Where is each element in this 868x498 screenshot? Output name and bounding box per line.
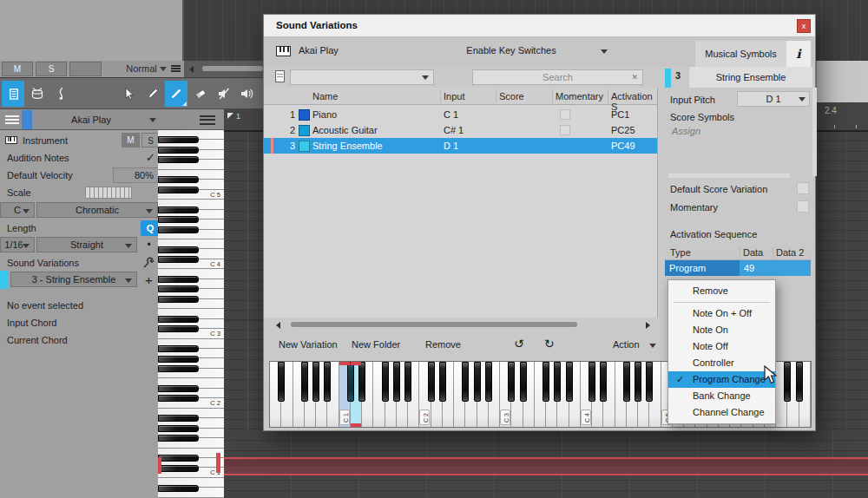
roll-key-black[interactable]: [158, 435, 199, 442]
pencil-tool-button[interactable]: [141, 81, 164, 107]
sequence-data-cell[interactable]: 49: [740, 260, 811, 276]
roll-key-black[interactable]: [158, 485, 199, 492]
roll-key-black[interactable]: [158, 365, 199, 372]
piano-key-black[interactable]: [301, 362, 308, 402]
piano-key-black[interactable]: [312, 362, 319, 402]
document-icon[interactable]: [275, 70, 285, 82]
filter-dropdown[interactable]: [290, 69, 434, 85]
roll-key-black[interactable]: [158, 176, 199, 183]
dialog-title-bar[interactable]: Sound Variations x: [264, 15, 815, 37]
variation-color-swatch[interactable]: [299, 109, 310, 121]
timeline-ruler-left[interactable]: 1: [224, 109, 263, 132]
enable-key-switches-dropdown[interactable]: Enable Key Switches: [420, 45, 602, 56]
menu-item-channel-change[interactable]: Channel Change: [668, 404, 775, 421]
scrollbar-thumb[interactable]: [202, 66, 263, 71]
drum-editor-button[interactable]: [26, 81, 49, 107]
roll-key-black[interactable]: [158, 296, 199, 303]
editor-menu-icon[interactable]: [200, 115, 215, 125]
momentary-checkbox[interactable]: [797, 200, 809, 213]
hamburger-menu-icon[interactable]: [171, 65, 181, 72]
search-clear-icon[interactable]: ✕: [631, 70, 638, 84]
piano-key-black[interactable]: [347, 362, 354, 402]
velocity-value[interactable]: 80%: [113, 167, 160, 183]
roll-key-black[interactable]: [158, 226, 199, 233]
paint-tool-button[interactable]: [165, 81, 187, 107]
col-input[interactable]: Input: [444, 91, 464, 102]
roll-key-black[interactable]: [158, 246, 199, 253]
piano-key-black[interactable]: [554, 362, 561, 402]
col-name[interactable]: Name: [312, 91, 338, 102]
key-dropdown[interactable]: C: [0, 202, 35, 218]
piano-key-black[interactable]: [635, 362, 641, 402]
instrument-mute-button[interactable]: M: [122, 133, 140, 147]
piano-key-black[interactable]: [542, 362, 549, 402]
audition-check-icon[interactable]: ✓: [146, 151, 155, 164]
piano-roll-keyboard[interactable]: C 5C 4C 3C 2C 1: [158, 130, 224, 498]
new-folder-button[interactable]: New Folder: [352, 339, 400, 350]
roll-key-black[interactable]: [158, 455, 199, 462]
col-momentary[interactable]: Momentary: [556, 91, 603, 102]
input-pitch-dropdown[interactable]: D 1: [737, 91, 810, 107]
menu-item-note-on[interactable]: Note On: [668, 322, 775, 338]
table-row-selected[interactable]: 3 String Ensemble D 1 PC49: [264, 138, 657, 154]
redo-icon[interactable]: ↻: [544, 337, 555, 351]
piano-key-black[interactable]: [404, 362, 411, 402]
variation-color-swatch[interactable]: [299, 141, 310, 152]
piano-key-black[interactable]: [520, 362, 527, 402]
info-button[interactable]: i: [786, 41, 811, 67]
wrench-icon[interactable]: [142, 257, 155, 269]
menu-item-program-change[interactable]: ✓ Program Change: [668, 371, 775, 388]
musical-symbols-tab[interactable]: Musical Symbols: [695, 41, 786, 67]
mute-button[interactable]: M: [2, 62, 33, 76]
variation-dropdown[interactable]: 3 - String Ensemble: [10, 272, 137, 287]
piano-key-black[interactable]: [382, 362, 389, 402]
new-variation-button[interactable]: New Variation: [279, 339, 338, 350]
track-title-dropdown[interactable]: Akai Play: [35, 109, 148, 130]
roll-key-black[interactable]: [158, 136, 199, 143]
menu-item-remove[interactable]: Remove: [668, 283, 775, 299]
timeline-ruler-right[interactable]: 2.4: [816, 102, 868, 132]
piano-key-black[interactable]: [462, 362, 469, 402]
sequence-row[interactable]: Program Change 49: [665, 260, 811, 276]
table-row[interactable]: 1 Piano C 1 PC1: [264, 107, 657, 122]
close-button[interactable]: x: [797, 19, 811, 33]
track-menu-icon[interactable]: [5, 115, 19, 124]
eraser-tool-button[interactable]: [189, 81, 212, 107]
scroll-right-icon[interactable]: [646, 322, 650, 329]
piano-key-black[interactable]: [566, 362, 573, 402]
search-input[interactable]: Search ✕: [472, 69, 643, 85]
table-row[interactable]: 2 Acoustic Guitar C# 1 PC25: [264, 122, 657, 138]
col-score[interactable]: Score: [499, 91, 524, 102]
note-grid-left[interactable]: [224, 132, 263, 431]
scroll-left-icon[interactable]: [276, 322, 280, 329]
roll-key-black[interactable]: [158, 206, 199, 213]
momentary-checkbox[interactable]: [560, 109, 570, 120]
piano-key-black[interactable]: [589, 362, 595, 402]
solo-button[interactable]: S: [36, 62, 67, 76]
roll-key-black[interactable]: [158, 216, 199, 223]
arrow-tool-button[interactable]: [117, 81, 140, 107]
dot-button[interactable]: •: [140, 238, 158, 252]
score-editor-button[interactable]: [50, 81, 73, 107]
piano-key-black[interactable]: [324, 362, 331, 402]
track-list-tool-button[interactable]: [2, 81, 24, 107]
sequence-type-cell[interactable]: Program Change: [665, 260, 740, 276]
roll-key-black[interactable]: [158, 345, 199, 352]
horizontal-scrollbar[interactable]: [184, 61, 263, 77]
variation-color-swatch[interactable]: [299, 125, 310, 136]
piano-key-black[interactable]: [278, 362, 285, 402]
roll-key-black[interactable]: [158, 385, 199, 392]
listen-tool-button[interactable]: [235, 81, 258, 107]
scale-type-dropdown[interactable]: Chromatic: [36, 202, 158, 218]
piano-key-black[interactable]: [796, 362, 803, 402]
roll-key-black[interactable]: [158, 156, 199, 163]
quantize-button[interactable]: Q: [141, 220, 160, 236]
roll-key-black[interactable]: [158, 395, 199, 402]
menu-item-note-on-off[interactable]: Note On + Off: [668, 305, 775, 322]
table-horizontal-scrollbar[interactable]: [264, 318, 658, 331]
inspector-scrollbar-vertical[interactable]: [812, 88, 817, 176]
piano-key-black[interactable]: [646, 362, 653, 402]
piano-key-black[interactable]: [784, 362, 791, 402]
piano-key-black[interactable]: [393, 362, 400, 402]
roll-key-black[interactable]: [158, 187, 199, 193]
